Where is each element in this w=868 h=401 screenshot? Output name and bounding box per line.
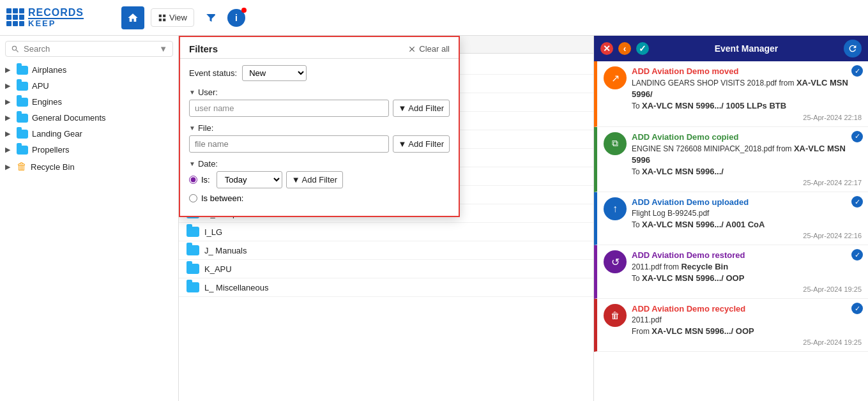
em-content: ADD Aviation Demo moved LANDING GEARS SH…: [632, 66, 862, 121]
filters-body: Event status: New In Progress Done ▼ Use…: [180, 59, 459, 216]
recycle-icon: 🗑: [17, 161, 27, 172]
date-is-radio[interactable]: [189, 176, 197, 184]
sidebar-label: Airplanes: [32, 65, 173, 75]
user-add-filter-button[interactable]: ▼ Add Filter: [393, 100, 450, 117]
triangle-icon: ▼: [189, 125, 195, 132]
file-row[interactable]: K_APU: [179, 260, 593, 278]
expand-icon: ▶: [5, 114, 13, 122]
em-check-button[interactable]: ✓: [636, 42, 649, 55]
expand-icon: ▶: [5, 66, 13, 74]
em-check-badge: ✓: [851, 65, 863, 77]
em-list: ↗ ADD Aviation Demo moved LANDING GEARS …: [594, 61, 868, 401]
folder-icon: [17, 82, 28, 91]
refresh-icon: [848, 43, 858, 54]
svg-rect-1: [163, 14, 165, 17]
em-content: ADD Aviation Demo recycled 2011.pdf From…: [632, 304, 862, 346]
sidebar-label: Landing Gear: [32, 129, 173, 139]
em-desc: LANDING GEARS SHOP VISITS 2018.pdf from …: [632, 77, 862, 112]
em-refresh-button[interactable]: [844, 40, 862, 57]
date-between-radio[interactable]: [189, 194, 197, 202]
date-label: Date:: [198, 159, 218, 169]
file-input[interactable]: [189, 135, 389, 153]
em-item[interactable]: ↺ ADD Aviation Demo restored 2011.pdf fr…: [594, 245, 868, 299]
file-filter-label: ▼ File:: [189, 123, 450, 133]
em-check-badge: ✓: [851, 131, 863, 142]
sidebar-item-general-docs[interactable]: ▶ General Documents: [0, 110, 178, 126]
event-manager: ✕ ‹ ✓ Event Manager ↗ ADD Aviation Demo …: [593, 36, 868, 401]
em-avatar: ⧉: [604, 132, 627, 155]
em-item[interactable]: ↑ ADD Aviation Demo uploaded Flight Log …: [594, 192, 868, 245]
em-item[interactable]: ↗ ADD Aviation Demo moved LANDING GEARS …: [594, 61, 868, 127]
view-label: View: [169, 13, 187, 22]
em-back-button[interactable]: ‹: [618, 42, 631, 55]
date-add-filter-button[interactable]: ▼ Add Filter: [286, 171, 343, 188]
search-input[interactable]: [24, 44, 155, 54]
user-label: User:: [198, 87, 218, 97]
em-timestamp: 25-Apr-2024 22:17: [632, 179, 862, 186]
sidebar-label: General Documents: [32, 113, 173, 123]
sidebar-item-propellers[interactable]: ▶ Propellers: [0, 142, 178, 158]
sidebar-item-recycle-bin[interactable]: ▶ 🗑 Recycle Bin: [0, 158, 178, 176]
folder-icon: [17, 98, 28, 107]
file-add-filter-button[interactable]: ▼ Add Filter: [393, 135, 450, 153]
folder-icon: [17, 130, 28, 139]
file-row[interactable]: L_ Miscellaneous: [179, 278, 593, 297]
date-add-filter-label: ▼ Add Filter: [292, 175, 337, 185]
triangle-icon: ▼: [189, 89, 195, 96]
date-select[interactable]: Today Yesterday This Week This Month: [217, 171, 282, 188]
svg-rect-0: [159, 14, 162, 17]
em-timestamp: 25-Apr-2024 22:16: [632, 232, 862, 239]
sidebar-item-apu[interactable]: ▶ APU: [0, 78, 178, 94]
logo: RECORDS KEEP: [6, 7, 109, 29]
date-filter-row: ▼ Date: Is: Today Yesterday This Week Th…: [189, 159, 450, 203]
clear-icon: [407, 45, 416, 54]
user-filter-input-row: ▼ Add Filter: [189, 100, 450, 117]
em-content: ADD Aviation Demo restored 2011.pdf from…: [632, 250, 862, 293]
home-button[interactable]: [121, 6, 144, 29]
filters-header: Filters Clear all: [180, 37, 459, 59]
sidebar: ▼ ▶ Airplanes ▶ APU ▶ Engines ▶ General …: [0, 36, 179, 401]
em-avatar: 🗑: [604, 304, 627, 327]
folder-icon: [17, 114, 28, 123]
file-name: I_LG: [204, 227, 222, 237]
date-section: Is: Today Yesterday This Week This Month…: [189, 171, 450, 203]
em-item[interactable]: ⧉ ADD Aviation Demo copied ENGINE SN 726…: [594, 127, 868, 193]
event-status-label: Event status:: [189, 68, 237, 78]
expand-icon: ▶: [5, 130, 13, 138]
em-timestamp: 25-Apr-2024 19:25: [632, 338, 862, 346]
folder-icon: [187, 264, 199, 274]
file-label: File:: [198, 123, 214, 133]
filters-title: Filters: [189, 43, 218, 54]
sidebar-item-engines[interactable]: ▶ Engines: [0, 94, 178, 110]
file-add-filter-label: ▼ Add Filter: [399, 139, 444, 149]
em-item[interactable]: 🗑 ADD Aviation Demo recycled 2011.pdf Fr…: [594, 299, 868, 352]
status-select[interactable]: New In Progress Done: [242, 65, 307, 81]
em-content: ADD Aviation Demo copied ENGINE SN 72660…: [632, 132, 862, 187]
file-row[interactable]: I_LG: [179, 223, 593, 241]
search-dropdown-icon: ▼: [159, 44, 167, 54]
folder-icon: [187, 282, 199, 292]
search-icon: [11, 45, 20, 54]
em-close-button[interactable]: ✕: [600, 42, 613, 55]
sidebar-label: Engines: [32, 97, 173, 107]
em-event-title: ADD Aviation Demo uploaded: [632, 197, 862, 207]
filter-button[interactable]: [201, 8, 221, 28]
em-check-badge: ✓: [851, 249, 863, 261]
view-button[interactable]: View: [151, 8, 194, 27]
em-desc: Flight Log B-99245.pdf To XA-VLC MSN 599…: [632, 208, 862, 231]
em-avatar: ↺: [604, 250, 627, 273]
sidebar-item-landing-gear[interactable]: ▶ Landing Gear: [0, 126, 178, 142]
em-avatar: ↑: [604, 197, 627, 220]
em-event-title: ADD Aviation Demo recycled: [632, 304, 862, 314]
clear-all-button[interactable]: Clear all: [407, 44, 450, 54]
folder-icon: [17, 146, 28, 155]
file-row[interactable]: J_ Manuals: [179, 241, 593, 260]
sidebar-label: Recycle Bin: [31, 162, 173, 172]
em-desc: 2011.pdf From XA-VLC MSN 5996.../ OOP: [632, 315, 862, 337]
sidebar-item-airplanes[interactable]: ▶ Airplanes: [0, 62, 178, 78]
svg-rect-3: [163, 19, 165, 21]
search-bar[interactable]: ▼: [5, 41, 173, 57]
em-timestamp: 25-Apr-2024 19:25: [632, 285, 862, 293]
user-input[interactable]: [189, 100, 389, 117]
info-button[interactable]: i: [227, 9, 245, 27]
